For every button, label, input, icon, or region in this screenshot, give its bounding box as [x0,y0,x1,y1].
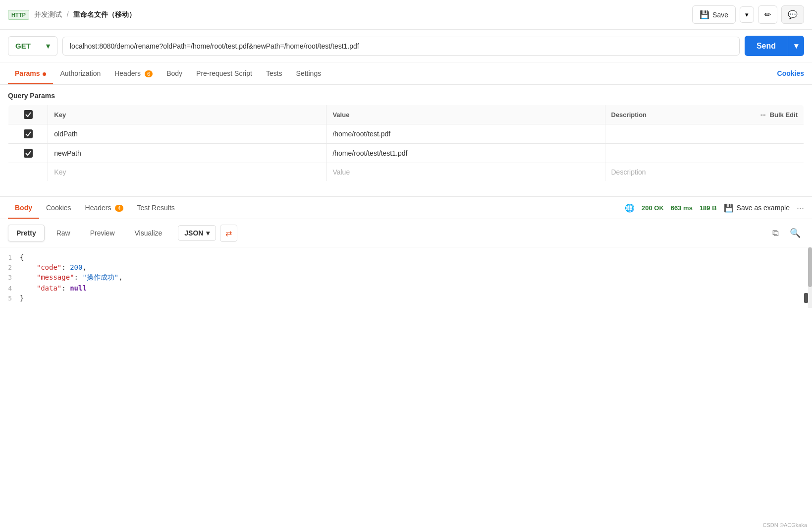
chevron-down-icon: ▾ [745,11,749,18]
key-placeholder: Key [54,168,66,176]
col-desc-label: Description [611,111,647,118]
row2-check[interactable] [8,144,48,163]
send-button[interactable]: Send ▾ [745,36,804,56]
breadcrumb: 并发测试 / 重命名文件（移动） [34,10,136,19]
tab-body-label: Body [166,69,182,77]
tab-params[interactable]: Params [8,62,53,84]
view-preview-label: Preview [90,229,115,237]
line-content-3: "message": "操作成功", [20,273,812,282]
dots-icon[interactable]: ··· [760,111,766,118]
save-example-button[interactable]: 💾 Save as example [724,203,790,213]
copy-icon: ⧉ [772,228,779,238]
line-num-5: 5 [0,294,20,302]
response-tab-test-results-label: Test Results [137,204,175,212]
empty-desc[interactable]: Description [605,163,804,181]
tab-authorization-label: Authorization [60,69,101,77]
url-bar: GET ▾ Send ▾ [0,30,812,62]
row2-value[interactable]: /home/root/test/test1.pdf [326,144,605,163]
view-visualize-button[interactable]: Visualize [127,225,170,241]
format-bar: Pretty Raw Preview Visualize JSON ▾ ⇄ ⧉ … [0,219,812,247]
line-content-2: "code": 200, [20,263,812,271]
wrap-button[interactable]: ⇄ [220,225,237,242]
row1-desc[interactable] [605,124,804,144]
tab-params-label: Params [15,69,40,77]
view-raw-label: Raw [56,229,70,237]
response-tab-test-results[interactable]: Test Results [130,197,182,219]
line-num-2: 2 [0,264,20,271]
tab-headers-label: Headers [114,69,141,77]
url-input[interactable] [62,37,740,56]
row2-key[interactable]: newPath [48,144,326,163]
breadcrumb-parent[interactable]: 并发测试 [34,10,62,18]
send-chevron-icon[interactable]: ▾ [788,36,804,56]
search-icon: 🔍 [790,228,801,238]
col-key-label: Key [54,111,66,118]
response-headers-badge: 4 [115,205,123,212]
save-example-icon: 💾 [724,203,734,213]
params-table: Key Value Description ··· Bulk Edit [8,105,804,181]
search-button[interactable]: 🔍 [786,224,804,242]
tab-pre-request-script[interactable]: Pre-request Script [189,62,259,84]
row2-desc[interactable] [605,144,804,163]
request-tabs-bar: Params Authorization Headers 6 Body Pre-… [0,62,812,85]
tab-authorization[interactable]: Authorization [53,62,108,84]
tab-tests-label: Tests [266,69,282,77]
query-params-title: Query Params [8,92,804,100]
row2-checkbox[interactable] [24,149,33,158]
edit-button[interactable]: ✏ [758,5,777,24]
more-options-icon[interactable]: ··· [797,203,804,213]
col-header-value: Value [326,105,605,124]
comment-icon: 💬 [788,10,798,19]
format-chevron-icon: ▾ [206,229,210,237]
http-badge: HTTP [8,10,29,20]
response-section: Body Cookies Headers 4 Test Results 🌐 20… [0,196,812,308]
view-raw-button[interactable]: Raw [49,225,78,241]
method-label: GET [15,42,31,50]
save-icon: 💾 [700,10,709,19]
select-all-checkbox[interactable] [24,110,33,119]
line-num-3: 3 [0,274,20,281]
wrap-icon: ⇄ [225,229,232,237]
view-pretty-button[interactable]: Pretty [8,225,45,241]
params-dot [43,72,46,76]
response-tab-headers[interactable]: Headers 4 [78,197,130,219]
code-line-4: 4 "data": null [0,283,812,293]
col-header-check [8,105,48,124]
line-content-4: "data": null [20,284,812,292]
row1-checkbox[interactable] [24,129,33,138]
col-header-key: Key [48,105,326,124]
response-tab-cookies[interactable]: Cookies [39,197,78,219]
tab-settings[interactable]: Settings [289,62,328,84]
row1-key[interactable]: oldPath [48,124,326,144]
cookies-label: Cookies [777,69,804,77]
tab-pre-request-label: Pre-request Script [196,69,252,77]
save-button[interactable]: 💾 Save [692,5,736,24]
code-area: 1 { 2 "code": 200, 3 "message": "操作成功", … [0,247,812,308]
top-bar-left: HTTP 并发测试 / 重命名文件（移动） [8,10,136,20]
footer: CSDN ©ACGkaka [758,520,812,530]
method-select[interactable]: GET ▾ [8,36,57,56]
format-select[interactable]: JSON ▾ [178,225,216,241]
empty-key[interactable]: Key [48,163,326,181]
bulk-edit-label[interactable]: Bulk Edit [770,111,798,118]
tab-tests[interactable]: Tests [259,62,289,84]
response-tab-body[interactable]: Body [8,197,39,219]
code-line-5: 5 } [0,293,812,303]
save-dropdown-button[interactable]: ▾ [740,6,754,23]
tab-body[interactable]: Body [160,62,189,84]
row1-value[interactable]: /home/root/test.pdf [326,124,605,144]
scrollbar-thumb[interactable] [808,247,812,287]
status-size: 189 B [700,204,717,212]
view-preview-button[interactable]: Preview [82,225,123,241]
empty-check[interactable] [8,163,48,181]
empty-value[interactable]: Value [326,163,605,181]
comment-button[interactable]: 💬 [781,5,804,24]
view-visualize-label: Visualize [135,229,162,237]
cookies-link[interactable]: Cookies [777,62,804,84]
line-content-1: { [20,253,812,261]
save-label: Save [712,11,728,19]
row1-check[interactable] [8,124,48,144]
tab-headers[interactable]: Headers 6 [108,62,160,84]
status-ok: 200 OK [642,204,664,212]
copy-button[interactable]: ⧉ [769,225,782,242]
